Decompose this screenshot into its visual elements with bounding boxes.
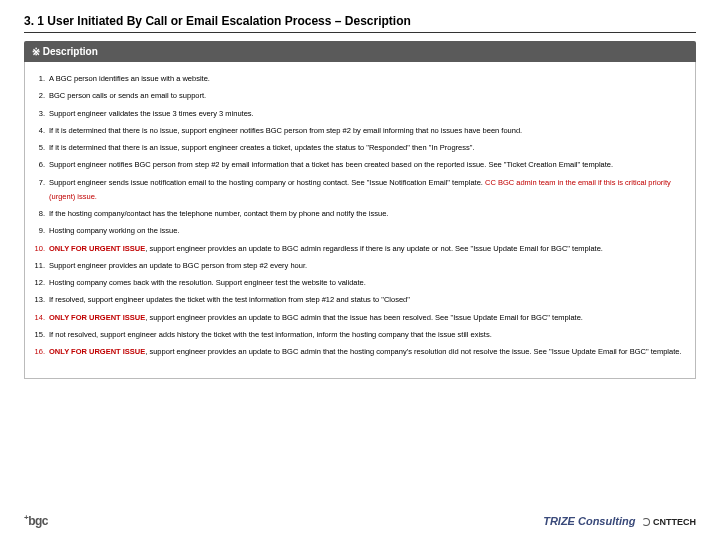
item-text: Support engineer provides an update to B… <box>49 259 687 273</box>
item-number: 15. <box>33 328 49 342</box>
item-number: 2. <box>33 89 49 103</box>
list-item: 15.If not resolved, support engineer add… <box>33 328 687 342</box>
item-text: Support engineer validates the issue 3 t… <box>49 107 687 121</box>
description-list: 1.A BGC person identifies an issue with … <box>24 62 696 379</box>
item-number: 3. <box>33 107 49 121</box>
item-number: 4. <box>33 124 49 138</box>
trize-logo: TRIZE Consulting CNTTECH <box>543 515 696 527</box>
list-item: 14.ONLY FOR URGENT ISSUE, support engine… <box>33 311 687 325</box>
list-item: 10.ONLY FOR URGENT ISSUE, support engine… <box>33 242 687 256</box>
list-item: 11.Support engineer provides an update t… <box>33 259 687 273</box>
item-number: 9. <box>33 224 49 238</box>
item-text: Hosting company working on the issue. <box>49 224 687 238</box>
item-text: ONLY FOR URGENT ISSUE, support engineer … <box>49 345 687 359</box>
list-item: 1.A BGC person identifies an issue with … <box>33 72 687 86</box>
item-text: If the hosting company/contact has the t… <box>49 207 687 221</box>
list-item: 2.BGC person calls or sends an email to … <box>33 89 687 103</box>
footer: +bgc TRIZE Consulting CNTTECH <box>24 513 696 528</box>
item-text: ONLY FOR URGENT ISSUE, support engineer … <box>49 311 687 325</box>
item-number: 10. <box>33 242 49 256</box>
bgc-logo: +bgc <box>24 513 48 528</box>
list-item: 4.If it is determined that there is no i… <box>33 124 687 138</box>
list-item: 6.Support engineer notifies BGC person f… <box>33 158 687 172</box>
item-number: 14. <box>33 311 49 325</box>
page-title: 3. 1 User Initiated By Call or Email Esc… <box>24 14 696 33</box>
list-item: 5.If it is determined that there is an i… <box>33 141 687 155</box>
list-item: 7.Support engineer sends issue notificat… <box>33 176 687 205</box>
list-item: 13.If resolved, support engineer updates… <box>33 293 687 307</box>
list-item: 3.Support engineer validates the issue 3… <box>33 107 687 121</box>
item-text: If not resolved, support engineer adds h… <box>49 328 687 342</box>
item-number: 6. <box>33 158 49 172</box>
item-text: If resolved, support engineer updates th… <box>49 293 687 307</box>
item-text: If it is determined that there is an iss… <box>49 141 687 155</box>
item-number: 11. <box>33 259 49 273</box>
item-number: 16. <box>33 345 49 359</box>
item-number: 5. <box>33 141 49 155</box>
list-item: 8.If the hosting company/contact has the… <box>33 207 687 221</box>
item-number: 13. <box>33 293 49 307</box>
item-text: Hosting company comes back with the reso… <box>49 276 687 290</box>
description-header: ※ Description <box>24 41 696 62</box>
item-text: Support engineer sends issue notificatio… <box>49 176 687 205</box>
item-number: 7. <box>33 176 49 190</box>
item-text: Support engineer notifies BGC person fro… <box>49 158 687 172</box>
item-text: BGC person calls or sends an email to su… <box>49 89 687 103</box>
item-text: ONLY FOR URGENT ISSUE, support engineer … <box>49 242 687 256</box>
list-item: 12.Hosting company comes back with the r… <box>33 276 687 290</box>
item-text: A BGC person identifies an issue with a … <box>49 72 687 86</box>
item-number: 8. <box>33 207 49 221</box>
item-text: If it is determined that there is no iss… <box>49 124 687 138</box>
list-item: 16.ONLY FOR URGENT ISSUE, support engine… <box>33 345 687 359</box>
list-item: 9.Hosting company working on the issue. <box>33 224 687 238</box>
item-number: 1. <box>33 72 49 86</box>
item-number: 12. <box>33 276 49 290</box>
